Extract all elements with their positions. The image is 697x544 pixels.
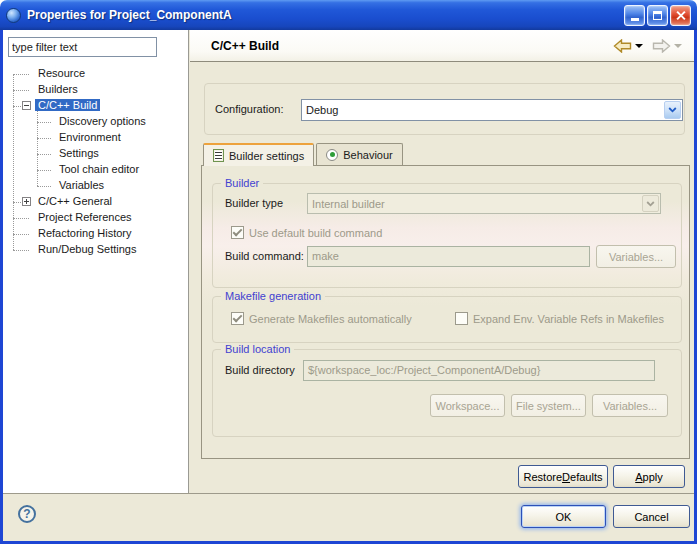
- window-title: Properties for Project_ComponentA: [27, 8, 624, 22]
- chevron-down-icon[interactable]: [664, 101, 681, 119]
- back-menu-icon[interactable]: [635, 44, 643, 48]
- close-icon: [675, 10, 686, 21]
- configuration-select[interactable]: Debug: [301, 99, 683, 121]
- properties-dialog: Properties for Project_ComponentA Resour…: [0, 0, 697, 544]
- use-default-build-command-checkbox[interactable]: Use default build command: [231, 226, 382, 239]
- restore-defaults-button[interactable]: Restore Defaults: [518, 465, 608, 488]
- tree-item-variables[interactable]: Variables: [3, 178, 186, 194]
- tree-item-environment[interactable]: Environment: [3, 130, 186, 146]
- sidebar: Resource Builders C/C++ Build Discovery …: [3, 30, 189, 493]
- build-location-group-title: Build location: [221, 343, 294, 355]
- properties-tree: Resource Builders C/C++ Build Discovery …: [3, 66, 186, 258]
- builder-type-label: Builder type: [225, 197, 283, 209]
- build-command-field[interactable]: make: [307, 246, 590, 267]
- behaviour-icon: [326, 149, 338, 161]
- minimize-button[interactable]: [624, 5, 645, 26]
- page-header: C/C++ Build: [190, 30, 694, 62]
- tree-item-refactoring-history[interactable]: Refactoring History: [3, 226, 186, 242]
- tab-builder-settings[interactable]: Builder settings: [203, 143, 314, 166]
- filter-input[interactable]: [8, 37, 157, 57]
- builder-settings-panel: Builder Builder type Internal builder Us…: [201, 165, 690, 459]
- forward-icon[interactable]: [652, 39, 671, 53]
- checkbox-checked-icon: [231, 312, 244, 325]
- window-icon: [6, 8, 21, 23]
- maximize-icon: [653, 11, 662, 20]
- tree-item-cpp-build[interactable]: C/C++ Build: [3, 98, 186, 114]
- tree-item-resource[interactable]: Resource: [3, 66, 186, 82]
- tab-behaviour[interactable]: Behaviour: [316, 143, 403, 165]
- configuration-label: Configuration:: [215, 103, 284, 115]
- dialog-frame: Resource Builders C/C++ Build Discovery …: [0, 30, 697, 544]
- back-icon[interactable]: [613, 39, 632, 53]
- apply-button[interactable]: Apply: [613, 465, 685, 488]
- builder-group-title: Builder: [221, 177, 263, 189]
- file-system-button[interactable]: File system...: [511, 394, 586, 417]
- build-directory-field[interactable]: ${workspace_loc:/Project_ComponentA/Debu…: [303, 360, 655, 381]
- builder-type-select[interactable]: Internal builder: [307, 193, 661, 214]
- checkbox-checked-icon: [231, 226, 244, 239]
- expand-env-refs-checkbox[interactable]: Expand Env. Variable Refs in Makefiles: [455, 312, 664, 325]
- collapse-icon[interactable]: [22, 101, 31, 110]
- tree-item-run-debug-settings[interactable]: Run/Debug Settings: [3, 242, 186, 258]
- expand-icon[interactable]: [22, 197, 31, 206]
- makefile-group-title: Makefile generation: [221, 290, 325, 302]
- main-panel: C/C++ Build Configuration:: [190, 30, 694, 493]
- variables-button[interactable]: Variables...: [592, 394, 668, 417]
- tree-item-cpp-general[interactable]: C/C++ General: [3, 194, 186, 210]
- page-title: C/C++ Build: [211, 39, 613, 53]
- tree-item-settings[interactable]: Settings: [3, 146, 186, 162]
- tree-item-discovery-options[interactable]: Discovery options: [3, 114, 186, 130]
- maximize-button[interactable]: [647, 5, 668, 26]
- build-command-label: Build command:: [225, 250, 304, 262]
- builder-settings-icon: [213, 149, 224, 162]
- forward-menu-icon[interactable]: [674, 44, 682, 48]
- tree-item-project-references[interactable]: Project References: [3, 210, 186, 226]
- help-icon[interactable]: ?: [18, 505, 36, 523]
- tab-bar: Builder settings Behaviour: [203, 143, 405, 165]
- build-location-group: Build location Build directory ${workspa…: [212, 349, 682, 437]
- generate-makefiles-checkbox[interactable]: Generate Makefiles automatically: [231, 312, 412, 325]
- build-directory-label: Build directory: [225, 364, 295, 376]
- makefile-generation-group: Makefile generation Generate Makefiles a…: [212, 296, 682, 343]
- minimize-icon: [631, 18, 639, 21]
- ok-button[interactable]: OK: [521, 505, 606, 528]
- tree-item-tool-chain-editor[interactable]: Tool chain editor: [3, 162, 186, 178]
- variables-button[interactable]: Variables...: [596, 245, 676, 268]
- cancel-button[interactable]: Cancel: [613, 505, 690, 528]
- chevron-down-icon: [642, 195, 659, 212]
- configuration-group: Configuration: Debug: [204, 83, 685, 135]
- footer-divider: [3, 493, 694, 494]
- titlebar[interactable]: Properties for Project_ComponentA: [0, 0, 697, 30]
- checkbox-unchecked-icon: [455, 312, 468, 325]
- builder-group: Builder Builder type Internal builder Us…: [212, 183, 682, 288]
- tree-item-builders[interactable]: Builders: [3, 82, 186, 98]
- workspace-button[interactable]: Workspace...: [430, 394, 505, 417]
- close-button[interactable]: [670, 5, 691, 26]
